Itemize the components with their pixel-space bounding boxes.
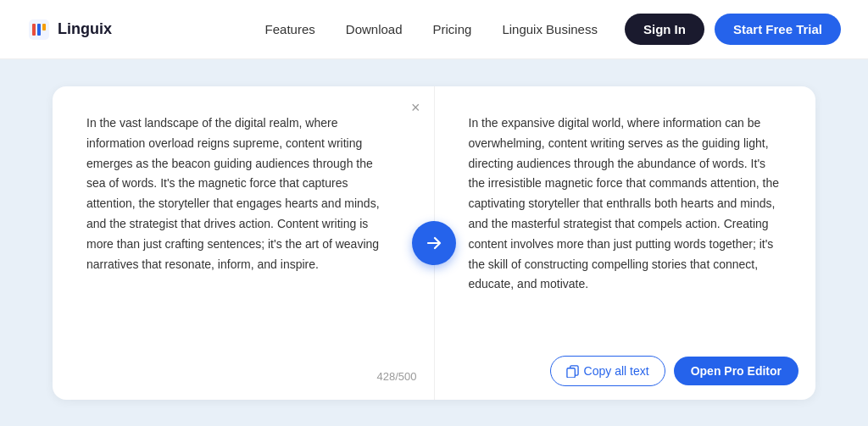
- input-text: In the vast landscape of the digital rea…: [86, 113, 400, 274]
- nav-business[interactable]: Linguix Business: [502, 22, 598, 36]
- linguix-logo-icon: [27, 18, 51, 41]
- start-trial-button[interactable]: Start Free Trial: [715, 14, 841, 45]
- output-text: In the expansive digital world, where in…: [469, 113, 782, 295]
- left-panel: × In the vast landscape of the digital r…: [53, 86, 435, 400]
- open-pro-button[interactable]: Open Pro Editor: [674, 357, 798, 385]
- logo-area: Linguix: [27, 18, 112, 41]
- nav-links: Features Download Pricing Linguix Busine…: [265, 22, 598, 36]
- main-area: × In the vast landscape of the digital r…: [0, 59, 868, 426]
- nav-features[interactable]: Features: [265, 22, 315, 36]
- char-count: 428/500: [377, 370, 417, 383]
- navbar: Linguix Features Download Pricing Lingui…: [0, 0, 868, 59]
- right-actions: Copy all text Open Pro Editor: [550, 356, 798, 386]
- close-button[interactable]: ×: [411, 100, 420, 115]
- copy-icon: [566, 365, 579, 378]
- arrow-right-icon: [425, 234, 443, 252]
- nav-download[interactable]: Download: [346, 22, 403, 36]
- logo-text: Linguix: [58, 20, 112, 38]
- svg-rect-5: [567, 368, 575, 377]
- card-container: × In the vast landscape of the digital r…: [53, 86, 815, 400]
- svg-rect-1: [32, 24, 36, 36]
- signin-button[interactable]: Sign In: [625, 14, 704, 45]
- nav-pricing[interactable]: Pricing: [433, 22, 472, 36]
- copy-all-button[interactable]: Copy all text: [550, 356, 665, 386]
- copy-label: Copy all text: [584, 364, 649, 378]
- svg-rect-2: [37, 24, 41, 36]
- svg-rect-3: [42, 24, 46, 30]
- transform-button[interactable]: [412, 221, 456, 265]
- right-panel: In the expansive digital world, where in…: [435, 86, 816, 400]
